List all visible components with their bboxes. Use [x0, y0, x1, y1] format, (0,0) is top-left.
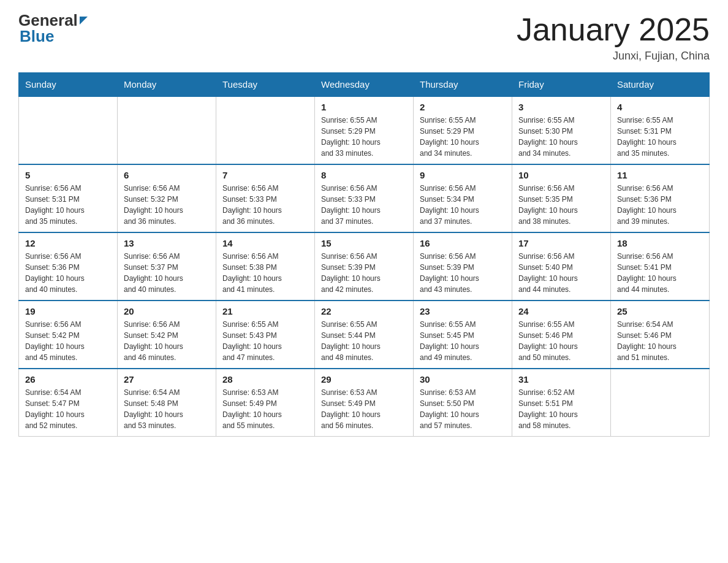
calendar-cell	[118, 96, 216, 164]
header-day-friday: Friday	[512, 73, 611, 97]
day-info: Sunrise: 6:53 AMSunset: 5:49 PMDaylight:…	[321, 387, 407, 431]
day-number: 16	[420, 238, 506, 248]
day-info: Sunrise: 6:55 AMSunset: 5:45 PMDaylight:…	[420, 319, 506, 363]
location-text: Junxi, Fujian, China	[517, 50, 710, 63]
calendar-cell	[216, 96, 315, 164]
calendar-cell: 11Sunrise: 6:56 AMSunset: 5:36 PMDayligh…	[611, 164, 710, 232]
calendar-cell: 21Sunrise: 6:55 AMSunset: 5:43 PMDayligh…	[216, 301, 315, 369]
calendar-cell: 22Sunrise: 6:55 AMSunset: 5:44 PMDayligh…	[315, 301, 414, 369]
day-number: 31	[518, 374, 604, 385]
day-info: Sunrise: 6:56 AMSunset: 5:39 PMDaylight:…	[420, 251, 506, 295]
day-number: 20	[124, 306, 210, 316]
calendar-cell: 30Sunrise: 6:53 AMSunset: 5:50 PMDayligh…	[414, 369, 512, 437]
calendar-cell: 28Sunrise: 6:53 AMSunset: 5:49 PMDayligh…	[216, 369, 315, 437]
day-number: 22	[321, 306, 407, 316]
calendar-cell: 12Sunrise: 6:56 AMSunset: 5:36 PMDayligh…	[19, 232, 118, 301]
day-info: Sunrise: 6:56 AMSunset: 5:37 PMDaylight:…	[124, 251, 210, 295]
day-info: Sunrise: 6:54 AMSunset: 5:46 PMDaylight:…	[617, 319, 703, 363]
title-section: January 2025 Junxi, Fujian, China	[517, 12, 710, 63]
day-number: 26	[25, 374, 111, 385]
header-row: SundayMondayTuesdayWednesdayThursdayFrid…	[19, 73, 710, 97]
calendar-cell: 24Sunrise: 6:55 AMSunset: 5:46 PMDayligh…	[512, 301, 611, 369]
calendar-header: SundayMondayTuesdayWednesdayThursdayFrid…	[19, 73, 710, 97]
day-info: Sunrise: 6:56 AMSunset: 5:36 PMDaylight:…	[617, 183, 703, 227]
calendar-cell: 5Sunrise: 6:56 AMSunset: 5:31 PMDaylight…	[19, 164, 118, 232]
calendar-cell: 17Sunrise: 6:56 AMSunset: 5:40 PMDayligh…	[512, 232, 611, 301]
day-info: Sunrise: 6:55 AMSunset: 5:29 PMDaylight:…	[420, 115, 506, 159]
calendar-cell: 16Sunrise: 6:56 AMSunset: 5:39 PMDayligh…	[414, 232, 512, 301]
calendar-cell: 25Sunrise: 6:54 AMSunset: 5:46 PMDayligh…	[611, 301, 710, 369]
day-number: 19	[25, 306, 111, 316]
week-row-3: 19Sunrise: 6:56 AMSunset: 5:42 PMDayligh…	[19, 301, 710, 369]
day-info: Sunrise: 6:56 AMSunset: 5:32 PMDaylight:…	[124, 183, 210, 227]
header-day-sunday: Sunday	[19, 73, 118, 97]
day-info: Sunrise: 6:56 AMSunset: 5:36 PMDaylight:…	[25, 251, 111, 295]
calendar-cell: 9Sunrise: 6:56 AMSunset: 5:34 PMDaylight…	[414, 164, 512, 232]
day-info: Sunrise: 6:56 AMSunset: 5:31 PMDaylight:…	[25, 183, 111, 227]
calendar-cell: 18Sunrise: 6:56 AMSunset: 5:41 PMDayligh…	[611, 232, 710, 301]
calendar-cell	[611, 369, 710, 437]
day-number: 25	[617, 306, 703, 316]
day-info: Sunrise: 6:56 AMSunset: 5:42 PMDaylight:…	[25, 319, 111, 363]
day-number: 23	[420, 306, 506, 316]
calendar-cell: 20Sunrise: 6:56 AMSunset: 5:42 PMDayligh…	[118, 301, 216, 369]
day-number: 3	[518, 102, 604, 112]
calendar-cell: 3Sunrise: 6:55 AMSunset: 5:30 PMDaylight…	[512, 96, 611, 164]
day-info: Sunrise: 6:56 AMSunset: 5:38 PMDaylight:…	[222, 251, 308, 295]
page-header: General Blue January 2025 Junxi, Fujian,…	[18, 12, 710, 63]
calendar-cell: 8Sunrise: 6:56 AMSunset: 5:33 PMDaylight…	[315, 164, 414, 232]
day-number: 21	[222, 306, 308, 316]
month-title: January 2025	[517, 12, 710, 47]
day-number: 1	[321, 102, 407, 112]
day-number: 28	[222, 374, 308, 385]
day-number: 8	[321, 170, 407, 180]
header-day-saturday: Saturday	[611, 73, 710, 97]
day-number: 9	[420, 170, 506, 180]
day-info: Sunrise: 6:55 AMSunset: 5:31 PMDaylight:…	[617, 115, 703, 159]
day-number: 5	[25, 170, 111, 180]
day-number: 27	[124, 374, 210, 385]
day-info: Sunrise: 6:55 AMSunset: 5:30 PMDaylight:…	[518, 115, 604, 159]
calendar-cell: 4Sunrise: 6:55 AMSunset: 5:31 PMDaylight…	[611, 96, 710, 164]
day-number: 2	[420, 102, 506, 112]
day-info: Sunrise: 6:54 AMSunset: 5:48 PMDaylight:…	[124, 387, 210, 431]
day-number: 17	[518, 238, 604, 248]
calendar-cell: 2Sunrise: 6:55 AMSunset: 5:29 PMDaylight…	[414, 96, 512, 164]
day-info: Sunrise: 6:56 AMSunset: 5:34 PMDaylight:…	[420, 183, 506, 227]
day-info: Sunrise: 6:55 AMSunset: 5:43 PMDaylight:…	[222, 319, 308, 363]
day-info: Sunrise: 6:56 AMSunset: 5:41 PMDaylight:…	[617, 251, 703, 295]
calendar-cell	[19, 96, 118, 164]
day-number: 18	[617, 238, 703, 248]
calendar-cell: 10Sunrise: 6:56 AMSunset: 5:35 PMDayligh…	[512, 164, 611, 232]
calendar-cell: 26Sunrise: 6:54 AMSunset: 5:47 PMDayligh…	[19, 369, 118, 437]
header-day-thursday: Thursday	[414, 73, 512, 97]
calendar-cell: 19Sunrise: 6:56 AMSunset: 5:42 PMDayligh…	[19, 301, 118, 369]
day-number: 24	[518, 306, 604, 316]
day-info: Sunrise: 6:53 AMSunset: 5:49 PMDaylight:…	[222, 387, 308, 431]
header-day-monday: Monday	[118, 73, 216, 97]
week-row-4: 26Sunrise: 6:54 AMSunset: 5:47 PMDayligh…	[19, 369, 710, 437]
week-row-2: 12Sunrise: 6:56 AMSunset: 5:36 PMDayligh…	[19, 232, 710, 301]
day-info: Sunrise: 6:56 AMSunset: 5:35 PMDaylight:…	[518, 183, 604, 227]
header-day-tuesday: Tuesday	[216, 73, 315, 97]
calendar-cell: 14Sunrise: 6:56 AMSunset: 5:38 PMDayligh…	[216, 232, 315, 301]
day-number: 11	[617, 170, 703, 180]
day-number: 15	[321, 238, 407, 248]
day-info: Sunrise: 6:56 AMSunset: 5:40 PMDaylight:…	[518, 251, 604, 295]
day-number: 7	[222, 170, 308, 180]
day-info: Sunrise: 6:55 AMSunset: 5:44 PMDaylight:…	[321, 319, 407, 363]
logo: General Blue	[18, 12, 88, 44]
week-row-0: 1Sunrise: 6:55 AMSunset: 5:29 PMDaylight…	[19, 96, 710, 164]
day-number: 6	[124, 170, 210, 180]
day-number: 30	[420, 374, 506, 385]
day-number: 13	[124, 238, 210, 248]
day-info: Sunrise: 6:52 AMSunset: 5:51 PMDaylight:…	[518, 387, 604, 431]
logo-icon: General Blue	[18, 12, 88, 44]
calendar-cell: 7Sunrise: 6:56 AMSunset: 5:33 PMDaylight…	[216, 164, 315, 232]
day-info: Sunrise: 6:54 AMSunset: 5:47 PMDaylight:…	[25, 387, 111, 431]
day-number: 10	[518, 170, 604, 180]
logo-blue-text: Blue	[20, 28, 54, 44]
calendar-cell: 15Sunrise: 6:56 AMSunset: 5:39 PMDayligh…	[315, 232, 414, 301]
day-info: Sunrise: 6:55 AMSunset: 5:46 PMDaylight:…	[518, 319, 604, 363]
week-row-1: 5Sunrise: 6:56 AMSunset: 5:31 PMDaylight…	[19, 164, 710, 232]
